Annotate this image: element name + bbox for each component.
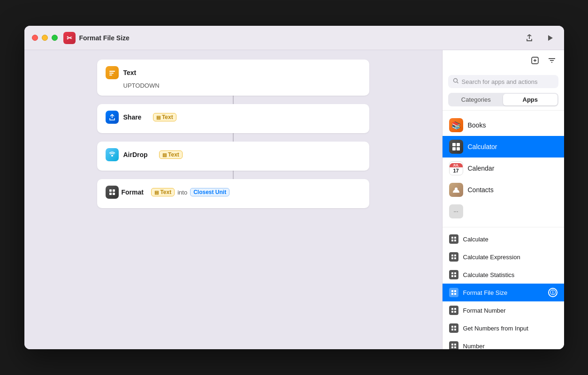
sidebar-content: 📚 Books Calculator xyxy=(443,111,564,349)
svg-rect-32 xyxy=(451,308,453,310)
search-box[interactable] xyxy=(448,75,558,88)
svg-rect-16 xyxy=(451,237,453,239)
svg-rect-6 xyxy=(113,189,115,192)
calculator-app-icon xyxy=(449,140,463,154)
titlebar-actions xyxy=(523,31,557,45)
format-card-into: into xyxy=(177,189,187,196)
svg-rect-31 xyxy=(454,293,456,295)
svg-rect-43 xyxy=(454,346,456,348)
action-row-get-numbers[interactable]: Get Numbers from Input xyxy=(443,319,564,337)
svg-rect-37 xyxy=(454,326,456,328)
sidebar-header: Categories Apps xyxy=(443,69,564,111)
share-card-title: Share xyxy=(123,113,142,121)
close-button[interactable] xyxy=(32,35,38,41)
action-row-calculate[interactable]: Calculate xyxy=(443,230,564,248)
calendar-app-name: Calendar xyxy=(468,165,495,172)
airdrop-action-icon xyxy=(106,148,119,161)
app-row-calendar[interactable]: JUL 17 Calendar xyxy=(443,158,564,179)
calculate-expression-name: Calculate Expression xyxy=(463,254,520,261)
text-action-card[interactable]: Text UPTODOWN xyxy=(97,60,369,96)
svg-rect-23 xyxy=(454,257,456,259)
contacts-app-name: Contacts xyxy=(468,186,494,194)
tab-categories[interactable]: Categories xyxy=(449,94,504,105)
app-section: 📚 Books Calculator xyxy=(443,111,564,226)
action-row-format-file-size[interactable]: Format File Size ⓘ xyxy=(443,284,564,301)
svg-rect-33 xyxy=(454,308,456,310)
number-icon xyxy=(449,341,458,349)
text-card-subtitle: UPTODOWN xyxy=(106,82,361,89)
text-card-title: Text xyxy=(123,69,137,76)
svg-rect-25 xyxy=(454,272,456,274)
svg-rect-12 xyxy=(457,143,460,146)
svg-point-4 xyxy=(111,155,113,157)
sidebar-top-actions xyxy=(443,50,564,69)
svg-rect-26 xyxy=(451,275,453,277)
connector-2 xyxy=(233,133,234,142)
share-button[interactable] xyxy=(523,31,536,45)
share-action-icon xyxy=(106,111,119,124)
info-button[interactable]: ⓘ xyxy=(548,288,557,297)
svg-marker-0 xyxy=(548,35,553,41)
sidebar: Categories Apps 📚 Books xyxy=(442,50,564,349)
format-number-name: Format Number xyxy=(463,307,506,314)
svg-rect-17 xyxy=(454,237,456,239)
app-row-books[interactable]: 📚 Books xyxy=(443,114,564,136)
format-number-icon xyxy=(449,306,458,315)
svg-rect-1 xyxy=(109,71,115,72)
calculator-app-name: Calculator xyxy=(468,143,497,150)
calculate-action-icon xyxy=(449,234,458,244)
tab-apps[interactable]: Apps xyxy=(503,94,557,105)
action-row-number[interactable]: Number xyxy=(443,337,564,349)
share-card-tag: ▤ Text xyxy=(153,113,176,121)
airdrop-card-title: AirDrop xyxy=(123,151,148,158)
main-content: Text UPTODOWN Share ▤ Te xyxy=(24,50,564,349)
search-input[interactable] xyxy=(462,78,554,85)
svg-rect-20 xyxy=(451,255,453,256)
minimize-button[interactable] xyxy=(42,35,48,41)
airdrop-card-tag: ▤ Text xyxy=(159,150,183,159)
workflow-panel: Text UPTODOWN Share ▤ Te xyxy=(24,50,442,349)
action-row-format-number[interactable]: Format Number xyxy=(443,301,564,319)
calculate-action-name: Calculate xyxy=(463,236,489,243)
format-file-size-name: Format File Size xyxy=(463,289,508,296)
app-row-more[interactable]: ··· xyxy=(443,201,564,222)
airdrop-action-card[interactable]: AirDrop ▤ Text xyxy=(97,142,369,171)
format-action-icon xyxy=(106,186,119,199)
svg-rect-19 xyxy=(454,240,456,241)
app-icon: ✂ xyxy=(63,32,76,44)
maximize-button[interactable] xyxy=(52,35,58,41)
svg-rect-21 xyxy=(454,255,456,256)
app-row-contacts[interactable]: Contacts xyxy=(443,179,564,201)
format-action-card[interactable]: Format ▤ Text into Closest Unit xyxy=(97,179,369,208)
traffic-lights xyxy=(32,35,58,41)
filter-button[interactable] xyxy=(545,54,558,69)
svg-rect-3 xyxy=(109,75,112,75)
connector-1 xyxy=(233,96,234,104)
calculate-statistics-icon xyxy=(449,270,458,279)
svg-rect-8 xyxy=(113,193,115,195)
svg-rect-29 xyxy=(454,290,456,292)
run-button[interactable] xyxy=(543,31,557,45)
share-action-card[interactable]: Share ▤ Text xyxy=(97,104,369,133)
action-row-calculate-expression[interactable]: Calculate Expression xyxy=(443,248,564,266)
svg-rect-5 xyxy=(109,189,112,192)
add-to-shortcut-button[interactable] xyxy=(528,54,542,69)
tab-bar: Categories Apps xyxy=(448,93,558,106)
app-row-calculator[interactable]: Calculator xyxy=(443,136,564,158)
format-card-tag2: Closest Unit xyxy=(190,188,229,196)
number-name: Number xyxy=(463,343,485,350)
svg-rect-11 xyxy=(452,143,456,146)
more-apps-icon: ··· xyxy=(449,204,463,218)
calculate-expression-icon xyxy=(449,252,458,262)
svg-point-10 xyxy=(453,79,457,82)
main-window: ✂ Format File Size xyxy=(24,26,564,349)
svg-rect-2 xyxy=(109,73,114,74)
get-numbers-name: Get Numbers from Input xyxy=(463,325,528,332)
svg-rect-39 xyxy=(454,329,456,330)
window-title: Format File Size xyxy=(79,34,130,42)
svg-rect-30 xyxy=(451,293,453,295)
text-action-icon xyxy=(106,66,119,79)
svg-rect-42 xyxy=(451,346,453,348)
action-row-calculate-statistics[interactable]: Calculate Statistics xyxy=(443,266,564,284)
books-app-name: Books xyxy=(468,121,486,129)
